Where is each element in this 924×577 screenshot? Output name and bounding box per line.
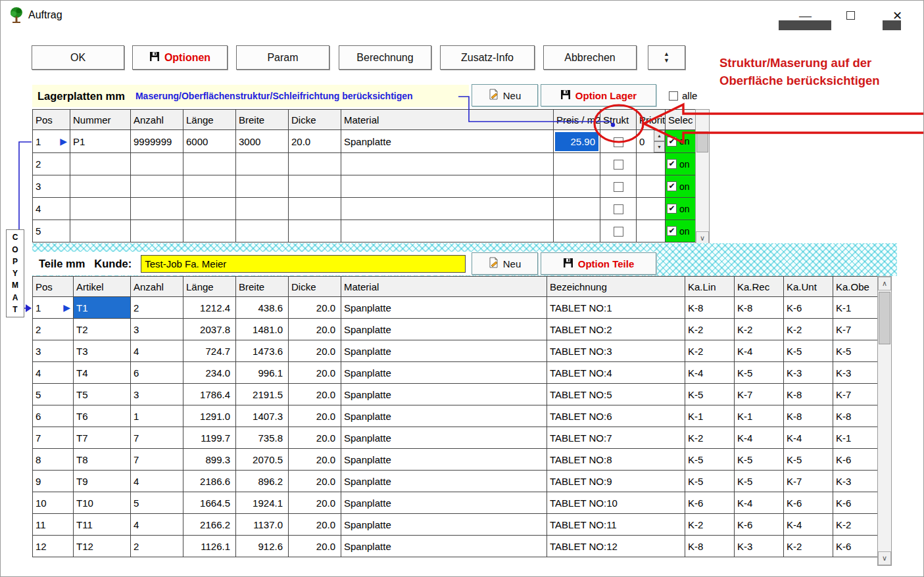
strukt-checkbox[interactable] bbox=[614, 137, 623, 147]
column-header-preis-m2[interactable]: Preis / m2 bbox=[554, 110, 600, 130]
lager-scrollbar-thumb[interactable] bbox=[696, 131, 708, 152]
lager-cell-priorit[interactable] bbox=[637, 198, 666, 220]
teile-cell-artikel[interactable]: T6 bbox=[74, 405, 131, 427]
lager-cell-preis[interactable] bbox=[554, 153, 600, 175]
column-header-nummer[interactable]: Nummer bbox=[70, 110, 131, 130]
lager-row[interactable]: 2✔on bbox=[33, 153, 696, 175]
lager-cell-preis[interactable] bbox=[554, 175, 600, 198]
teile-cell-artikel[interactable]: T3 bbox=[74, 340, 131, 362]
column-header-länge[interactable]: Länge bbox=[183, 277, 236, 297]
lager-cell-selec[interactable]: ✔on bbox=[666, 175, 696, 198]
abbrechen-button[interactable]: Abbrechen bbox=[543, 45, 637, 70]
teile-row[interactable]: 7T771199.7735.820.0SpanplatteTABLET NO:7… bbox=[33, 427, 878, 449]
lager-cell-strukt[interactable] bbox=[600, 198, 637, 220]
column-header-dicke[interactable]: Dicke bbox=[289, 110, 341, 130]
lager-cell-priorit[interactable] bbox=[637, 153, 666, 175]
strukt-checkbox[interactable] bbox=[614, 204, 623, 214]
lager-cell-selec[interactable]: ✔on bbox=[666, 130, 696, 153]
teile-row[interactable]: 5T531786.42191.520.0SpanplatteTABLET NO:… bbox=[33, 384, 878, 405]
teile-cell-artikel[interactable]: T4 bbox=[74, 362, 131, 384]
teile-row[interactable]: 3T34724.71473.620.0SpanplatteTABLET NO:3… bbox=[33, 340, 878, 362]
lager-cell-priorit[interactable] bbox=[637, 175, 666, 198]
lager-row[interactable]: 1▶P199999996000300020.0Spanplatte25.900▲… bbox=[33, 130, 696, 153]
column-header-breite[interactable]: Breite bbox=[236, 277, 289, 297]
teile-neu-button[interactable]: Neu bbox=[472, 252, 538, 275]
ok-button[interactable]: OK bbox=[32, 45, 124, 70]
column-header-pos[interactable]: Pos bbox=[33, 110, 70, 130]
teile-scrollbar-thumb[interactable] bbox=[879, 292, 890, 344]
zusatz-info-button[interactable]: Zusatz-Info bbox=[440, 45, 535, 70]
teile-row[interactable]: 4T46234.0996.120.0SpanplatteTABLET NO:4K… bbox=[33, 362, 878, 384]
column-header-ka-obe[interactable]: Ka.Obe bbox=[833, 277, 878, 297]
teile-cell-artikel[interactable]: T8 bbox=[74, 449, 131, 471]
column-header-selec[interactable]: Selec bbox=[666, 110, 696, 130]
spin-up-icon[interactable]: ▲ bbox=[654, 130, 665, 141]
teile-row[interactable]: 11T1142166.21137.020.0SpanplatteTABLET N… bbox=[33, 514, 878, 536]
teile-cell-artikel[interactable]: T11 bbox=[74, 514, 131, 536]
column-header-strukt[interactable]: Strukt bbox=[600, 110, 637, 130]
teile-scroll-down-button[interactable]: ∨ bbox=[878, 551, 891, 565]
spin-down-icon[interactable]: ▼ bbox=[654, 141, 665, 152]
teile-row[interactable]: 2T232037.81481.020.0SpanplatteTABLET NO:… bbox=[33, 319, 878, 340]
param-button[interactable]: Param bbox=[236, 45, 329, 70]
selec-checkbox[interactable]: ✔ bbox=[667, 204, 677, 214]
maximize-button[interactable] bbox=[835, 1, 866, 30]
column-header-länge[interactable]: Länge bbox=[183, 110, 236, 130]
teile-cell-artikel[interactable]: T9 bbox=[74, 471, 131, 492]
option-teile-button[interactable]: Option Teile bbox=[541, 252, 656, 275]
alle-checkbox[interactable] bbox=[669, 91, 678, 101]
column-header-priorit[interactable]: Priorit bbox=[637, 110, 666, 130]
lager-cell-priorit[interactable] bbox=[637, 220, 666, 242]
preis-edit-field[interactable]: 25.90 bbox=[555, 132, 598, 151]
column-header-artikel[interactable]: Artikel bbox=[74, 277, 131, 297]
lager-cell-priorit[interactable]: 0▲▼ bbox=[637, 130, 666, 153]
lager-cell-selec[interactable]: ✔on bbox=[666, 220, 696, 242]
strukt-checkbox[interactable] bbox=[614, 182, 623, 192]
selec-checkbox[interactable]: ✔ bbox=[667, 226, 677, 236]
column-header-anzahl[interactable]: Anzahl bbox=[131, 110, 183, 130]
teile-row[interactable]: 9T942186.6896.220.0SpanplatteTABLET NO:9… bbox=[33, 471, 878, 492]
lager-cell-preis[interactable]: 25.90 bbox=[554, 130, 600, 153]
teile-scroll-up-button[interactable]: ∧ bbox=[878, 277, 891, 290]
teile-row[interactable]: 6T611291.01407.320.0SpanplatteTABLET NO:… bbox=[33, 405, 878, 427]
lager-cell-strukt[interactable] bbox=[600, 220, 637, 242]
column-header-dicke[interactable]: Dicke bbox=[289, 277, 341, 297]
kunde-input[interactable]: Test-Job Fa. Meier bbox=[141, 255, 466, 273]
column-header-material[interactable]: Material bbox=[341, 277, 547, 297]
lager-cell-strukt[interactable] bbox=[600, 175, 637, 198]
teile-cell-artikel[interactable]: T1 bbox=[74, 297, 131, 319]
column-header-ka-rec[interactable]: Ka.Rec bbox=[735, 277, 784, 297]
teile-row[interactable]: 10T1051664.51924.120.0SpanplatteTABLET N… bbox=[33, 492, 878, 514]
teile-row[interactable]: 8T87899.32070.520.0SpanplatteTABLET NO:8… bbox=[33, 449, 878, 471]
alle-checkbox-row[interactable]: alle bbox=[669, 90, 697, 101]
selec-checkbox[interactable]: ✔ bbox=[667, 159, 677, 169]
column-header-bezeichnung[interactable]: Bezeichnung bbox=[547, 277, 685, 297]
priorit-spinner[interactable]: ▲▼ bbox=[654, 130, 665, 152]
teile-cell-artikel[interactable]: T2 bbox=[74, 319, 131, 340]
lager-row[interactable]: 3✔on bbox=[33, 175, 696, 198]
lager-cell-selec[interactable]: ✔on bbox=[666, 153, 696, 175]
teile-cell-artikel[interactable]: T12 bbox=[74, 536, 131, 557]
lager-neu-button[interactable]: Neu bbox=[472, 84, 538, 106]
teile-row[interactable]: 1▶T121212.4438.620.0SpanplatteTABLET NO:… bbox=[33, 297, 878, 319]
teile-row[interactable]: 12T1221126.1912.620.0SpanplatteTABLET NO… bbox=[33, 536, 878, 557]
column-header-material[interactable]: Material bbox=[341, 110, 554, 130]
column-header-ka-lin[interactable]: Ka.Lin bbox=[685, 277, 735, 297]
order-spinner-button[interactable]: ▲ ▼ bbox=[648, 45, 685, 70]
lager-cell-preis[interactable] bbox=[554, 220, 600, 242]
column-header-anzahl[interactable]: Anzahl bbox=[131, 277, 183, 297]
lager-scrollbar[interactable]: ∨ bbox=[695, 109, 710, 246]
lager-row[interactable]: 5✔on bbox=[33, 220, 696, 242]
teile-cell-artikel[interactable]: T7 bbox=[74, 427, 131, 449]
column-header-ka-unt[interactable]: Ka.Unt bbox=[784, 277, 833, 297]
option-lager-button[interactable]: Option Lager bbox=[541, 84, 656, 106]
optionen-button[interactable]: Optionen bbox=[132, 45, 228, 70]
lager-cell-preis[interactable] bbox=[554, 198, 600, 220]
lager-cell-selec[interactable]: ✔on bbox=[666, 198, 696, 220]
column-header-breite[interactable]: Breite bbox=[236, 110, 289, 130]
strukt-checkbox[interactable] bbox=[614, 160, 623, 170]
lager-cell-strukt[interactable] bbox=[600, 130, 637, 153]
strukt-checkbox[interactable] bbox=[614, 227, 623, 237]
lager-row[interactable]: 4✔on bbox=[33, 198, 696, 220]
teile-cell-artikel[interactable]: T5 bbox=[74, 384, 131, 405]
